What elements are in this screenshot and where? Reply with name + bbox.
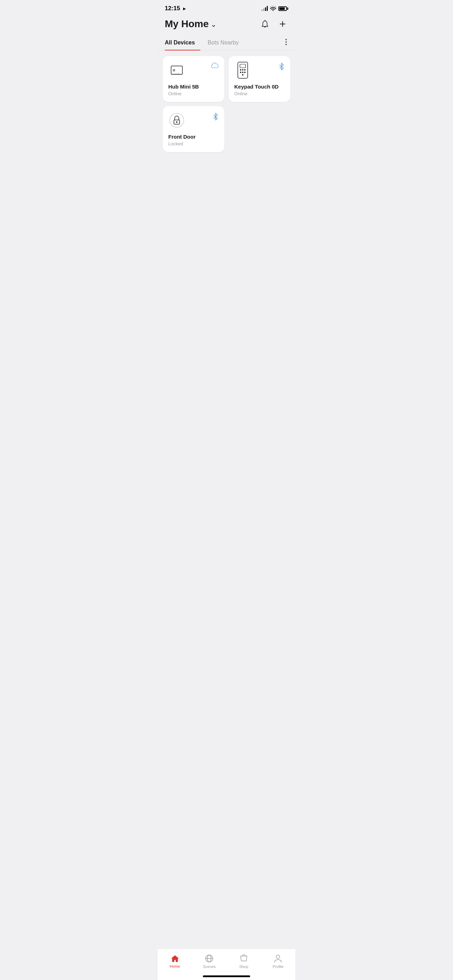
tabs: All Devices Bots Nearby (165, 35, 251, 50)
front-door-name: Front Door (168, 134, 219, 140)
devices-grid: SwitchBot Hub Mini 5B Online (158, 51, 295, 158)
svg-point-12 (242, 72, 243, 73)
bluetooth-icon-door (212, 113, 219, 122)
status-time: 12:15 ► (165, 5, 187, 12)
tab-all-devices[interactable]: All Devices (165, 35, 200, 50)
front-door-status: Locked (168, 141, 219, 146)
tab-bots-nearby[interactable]: Bots Nearby (207, 35, 244, 50)
svg-point-2 (285, 44, 287, 45)
keypad-icon (234, 62, 251, 79)
time-display: 12:15 (165, 5, 180, 12)
hub-mini-name: Hub Mini 5B (168, 84, 219, 90)
hub-mini-status: Online (168, 91, 219, 96)
svg-point-11 (240, 72, 241, 73)
signal-icon (261, 6, 268, 11)
bluetooth-icon-keypad (278, 62, 285, 72)
lock-icon (168, 112, 185, 129)
svg-text:SwitchBot: SwitchBot (173, 73, 181, 75)
page-title: My Home (165, 18, 208, 30)
tabs-container: All Devices Bots Nearby (158, 35, 295, 51)
svg-rect-7 (240, 64, 246, 68)
home-title-row[interactable]: My Home ⌄ (165, 18, 217, 30)
device-card-front-door[interactable]: Front Door Locked (163, 106, 224, 152)
svg-point-8 (240, 69, 241, 70)
plus-icon (278, 20, 287, 28)
notification-button[interactable] (259, 18, 270, 30)
more-dots-icon (285, 39, 287, 45)
tabs-more-button[interactable] (284, 37, 288, 49)
header: My Home ⌄ (158, 15, 295, 35)
location-arrow-icon: ► (182, 6, 187, 11)
svg-point-4 (173, 70, 175, 71)
status-icons (261, 6, 288, 11)
wifi-icon (270, 6, 276, 11)
hub-mini-icon: SwitchBot (168, 62, 185, 79)
svg-point-18 (176, 121, 178, 123)
chevron-down-icon[interactable]: ⌄ (211, 20, 217, 29)
svg-point-1 (285, 41, 287, 43)
svg-point-13 (244, 72, 246, 73)
bell-icon (261, 20, 269, 28)
svg-point-16 (170, 113, 184, 127)
device-card-hub-mini[interactable]: SwitchBot Hub Mini 5B Online (163, 56, 224, 102)
add-button[interactable] (277, 18, 288, 30)
keypad-status: Online (234, 91, 285, 96)
battery-icon (278, 6, 288, 11)
keypad-name: Keypad Touch 0D (234, 84, 285, 90)
svg-point-9 (242, 69, 243, 70)
device-card-keypad[interactable]: Keypad Touch 0D Online (229, 56, 290, 102)
header-actions (259, 18, 288, 30)
svg-point-0 (285, 39, 287, 40)
svg-point-10 (244, 69, 246, 70)
svg-point-14 (242, 74, 243, 75)
cloud-icon (211, 62, 219, 70)
status-bar: 12:15 ► (158, 0, 295, 15)
